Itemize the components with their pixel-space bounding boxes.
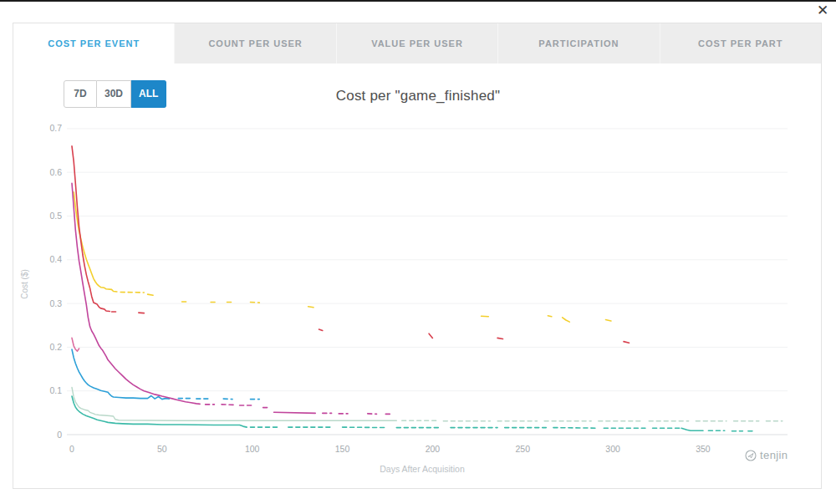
tenjin-logo-text: tenjin	[760, 449, 788, 461]
chart-title: Cost per "game_finished"	[13, 88, 823, 104]
tab-cost-per-event[interactable]: COST PER EVENT	[13, 23, 174, 64]
close-icon[interactable]: ✕	[813, 2, 833, 22]
tab-participation[interactable]: PARTICIPATION	[497, 23, 659, 64]
tab-count-per-user[interactable]: COUNT PER USER	[174, 23, 335, 64]
tab-cost-per-part[interactable]: COST PER PART	[660, 23, 821, 64]
tenjin-logo[interactable]: tenjin	[745, 449, 788, 461]
tenjin-logo-icon	[745, 450, 757, 461]
tab-value-per-user[interactable]: VALUE PER USER	[336, 23, 497, 64]
modal-card: COST PER EVENTCOUNT PER USERVALUE PER US…	[13, 23, 822, 489]
tab-bar: COST PER EVENTCOUNT PER USERVALUE PER US…	[13, 23, 821, 64]
window-top-bar	[0, 0, 836, 2]
